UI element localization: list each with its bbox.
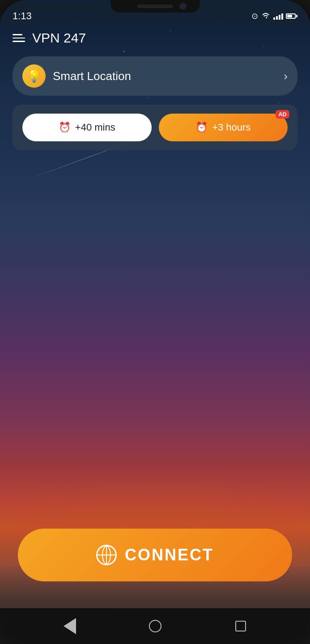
menu-button[interactable]: [13, 34, 25, 42]
connect-button[interactable]: CONNECT: [18, 529, 292, 581]
nav-home-button[interactable]: [147, 618, 163, 634]
timer-40min-button[interactable]: ⏰ +40 mins: [22, 114, 152, 141]
notch: [110, 0, 200, 13]
timer-3hour-label: +3 hours: [212, 122, 251, 133]
timer-3hour-button[interactable]: AD ⏰ +3 hours: [159, 114, 288, 141]
ad-badge: AD: [276, 110, 289, 119]
status-icons: ⊙: [251, 11, 297, 21]
phone-screen: 1:13 ⊙: [0, 0, 310, 644]
app-content: VPN 247 💡 Smart Location › ⏰ +40 mins AD…: [0, 0, 310, 644]
menu-line-3: [13, 41, 25, 42]
menu-line-1: [13, 34, 22, 35]
connect-area: CONNECT: [0, 529, 310, 608]
timer-40min-label: +40 mins: [75, 122, 115, 133]
phone-device: 1:13 ⊙: [0, 0, 310, 644]
globe-icon: [96, 545, 117, 565]
connect-label: CONNECT: [125, 546, 214, 564]
timer-40min-icon: ⏰: [59, 122, 71, 133]
nav-recent-icon: [235, 621, 246, 631]
location-label: Smart Location: [53, 69, 276, 83]
globe-oval: [102, 546, 111, 564]
app-title: VPN 247: [32, 30, 86, 46]
spacer: [0, 150, 310, 529]
wifi-icon: [261, 12, 271, 21]
timer-3hour-icon: ⏰: [195, 122, 208, 133]
location-selector[interactable]: 💡 Smart Location ›: [13, 56, 297, 96]
signal-icon: [273, 13, 283, 20]
timer-section: ⏰ +40 mins AD ⏰ +3 hours: [13, 105, 297, 150]
battery-icon: [286, 13, 297, 19]
nav-back-button[interactable]: [62, 618, 78, 634]
location-arrow: ›: [284, 69, 288, 83]
status-time: 1:13: [13, 10, 32, 22]
nav-home-icon: [149, 620, 161, 632]
front-camera: [179, 3, 187, 10]
nav-back-icon: [64, 618, 76, 634]
nav-bar: [0, 608, 310, 644]
location-icon: 💡: [27, 69, 41, 83]
nav-recent-button[interactable]: [233, 618, 249, 634]
location-icon-wrap: 💡: [22, 64, 46, 88]
menu-line-2: [13, 38, 25, 39]
speaker: [137, 4, 173, 8]
notification-icon: ⊙: [251, 11, 258, 21]
